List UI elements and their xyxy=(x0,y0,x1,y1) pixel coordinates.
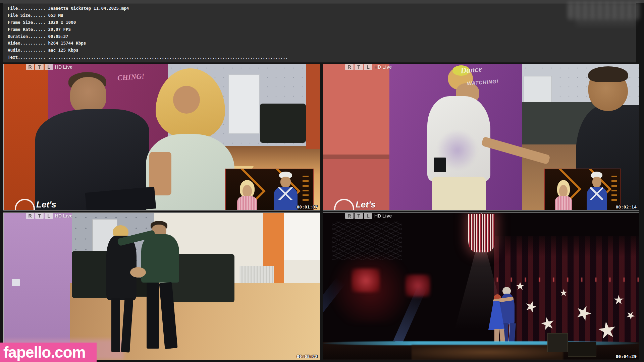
clasped-hands xyxy=(130,267,146,278)
video-metadata-panel: File........... Jeanette Qickstep 11.04.… xyxy=(3,3,636,62)
lets-dance-ring-icon xyxy=(334,199,354,210)
blurred-watermark xyxy=(568,2,640,19)
red-wall-band xyxy=(306,64,320,149)
stage-light-bars xyxy=(303,174,309,201)
rtl-hd-live-label: HD Live xyxy=(374,213,392,219)
man-hair xyxy=(588,66,628,82)
radiator xyxy=(239,266,274,285)
meta-file-size: File Size...... 653 MB xyxy=(8,12,636,19)
meta-video: Video.......... h264 15744 Kbps xyxy=(8,40,636,47)
pip-sailor-face xyxy=(280,177,291,187)
meta-text: Text........... ........................… xyxy=(8,54,636,61)
site-watermark: fapello.com xyxy=(0,343,97,362)
lets-dance-wordmark: Let's xyxy=(36,199,56,210)
curtain-top-shadow xyxy=(494,213,639,257)
rtl-logo: R T L HD Live xyxy=(345,213,392,219)
meta-audio: Audio.......... aac 125 Kbps xyxy=(8,47,636,54)
video-contact-sheet: File........... Jeanette Qickstep 11.04.… xyxy=(0,0,644,362)
meta-duration: Duration....... 00:05:37 xyxy=(8,33,636,40)
red-light-blob xyxy=(352,268,380,292)
blurred-watermark-lower xyxy=(577,17,637,26)
rtl-letter-box: R xyxy=(26,64,34,70)
dark-couch-right xyxy=(171,254,235,303)
man-face xyxy=(70,77,106,114)
bright-window xyxy=(282,213,320,260)
man-leg xyxy=(147,283,159,349)
lilac-wall xyxy=(4,213,72,360)
meta-file: File........... Jeanette Qickstep 11.04.… xyxy=(8,5,636,12)
site-watermark-text: fapello.com xyxy=(3,343,86,361)
coral-wall-baseboard xyxy=(323,155,389,159)
woman-cream-skirt xyxy=(432,177,486,210)
rtl-letter-box: T xyxy=(35,213,44,219)
mic-pack xyxy=(434,158,446,172)
rtl-logo: R T L HD Live xyxy=(26,64,72,70)
picture-in-picture-overlay xyxy=(544,169,621,210)
mirror-chandelier xyxy=(468,214,495,252)
thumbnail-frame-3: R T L HD Live 00:03:22 xyxy=(3,213,320,360)
rtl-letter-box: R xyxy=(345,213,354,219)
rtl-letter-box: T xyxy=(35,64,44,70)
lets-dance-wordmark: Let's xyxy=(356,199,376,210)
rtl-hd-live-label: HD Live xyxy=(55,213,72,219)
red-dot-light-row xyxy=(497,278,639,282)
rtl-letter-box: L xyxy=(45,64,53,70)
pip-sailor-collar xyxy=(590,187,603,200)
light-switch xyxy=(12,279,20,286)
equipment-crate xyxy=(547,333,568,352)
stage-light-bars xyxy=(611,174,617,201)
rtl-letter-box: R xyxy=(26,213,34,219)
timestamp-badge: 00:04:29 xyxy=(615,354,637,359)
lets-dance-ring-icon xyxy=(15,199,35,210)
wooden-stage-center xyxy=(412,345,563,360)
pip-woman-dress xyxy=(237,196,257,210)
lets-dance-logo: Let's xyxy=(15,192,75,210)
meta-frame-size: Frame Size..... 644 x 362 xyxy=(8,19,636,26)
lighting-truss xyxy=(332,222,402,260)
top-edge-strip xyxy=(0,0,644,3)
rtl-letter-box: T xyxy=(355,64,363,70)
pip-sailor-collar xyxy=(278,187,293,200)
meta-frame-rate: Frame Rate..... 29,97 FPS xyxy=(8,26,636,33)
white-door xyxy=(228,74,260,134)
rtl-letter-box: L xyxy=(364,64,372,70)
rtl-letter-box: L xyxy=(364,213,372,219)
thumbnail-frame-2: Dance WATCHING! R T L HD Live Let's xyxy=(323,64,639,210)
rtl-logo: R T L HD Live xyxy=(26,213,72,219)
rtl-letter-box: T xyxy=(355,213,363,219)
timestamp-badge: 00:03:22 xyxy=(297,354,318,359)
man-green-shirt xyxy=(141,234,179,283)
woman-leg xyxy=(111,298,120,352)
lets-dance-logo: Let's xyxy=(334,192,394,210)
rtl-letter-box: R xyxy=(345,64,354,70)
rtl-letter-box: L xyxy=(45,213,53,219)
pip-sailor-face xyxy=(592,177,601,187)
rtl-hd-live-label: HD Live xyxy=(374,64,392,70)
timestamp-badge: 00:01:07 xyxy=(297,204,318,209)
woman-face xyxy=(173,86,200,114)
timestamp-badge: 00:02:14 xyxy=(615,204,637,209)
thumbnail-frame-4: R T L HD Live 00:04:29 xyxy=(323,213,639,360)
pip-woman-dress xyxy=(555,196,572,210)
dark-couch xyxy=(260,104,306,143)
equipment-crate xyxy=(568,342,596,357)
thumbnail-frame-1: CHING! R T L HD Live Let's xyxy=(3,64,320,210)
rtl-logo: R T L HD Live xyxy=(345,64,392,70)
rtl-hd-live-label: HD Live xyxy=(55,64,72,70)
